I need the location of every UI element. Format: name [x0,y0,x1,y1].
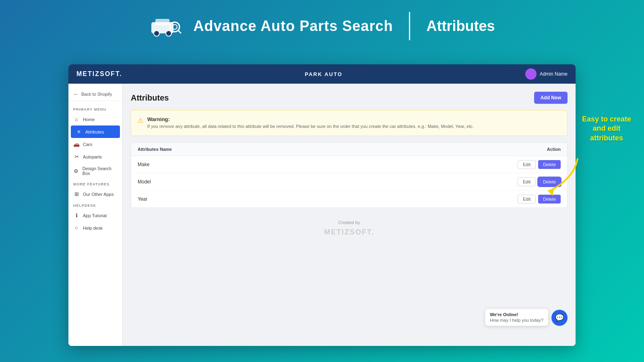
svg-line-5 [178,31,181,33]
sidebar-item-home[interactable]: ⌂ Home [68,113,122,125]
back-to-shopify[interactable]: ← Back to Shopify [68,88,122,101]
user-name: Admin Name [540,71,568,77]
chat-button[interactable]: 💬 [551,310,568,326]
back-to-shopify-label: Back to Shopify [81,92,112,97]
user-avatar [525,68,537,80]
design-search-box-icon: ⚙ [73,168,79,174]
sidebar-item-cars-label: Cars [83,142,92,147]
sidebar-item-our-other-apps-label: Our Other Apps [83,192,114,197]
our-other-apps-icon: ⊞ [73,191,80,197]
autoparts-icon: ✂ [73,154,80,160]
table-row: Model Edit Delete [131,173,567,191]
col-attributes-name: Attributes Name [138,147,172,152]
attributes-table: Attributes Name Action Make Edit Delete … [131,142,568,208]
warning-text: If you remove any attribute, all data re… [147,123,474,130]
svg-rect-1 [155,19,169,25]
page-header: Attributes Add New [131,92,568,104]
annotation: Easy to create and edit attributes [576,115,637,143]
sidebar-item-design-search-box[interactable]: ⚙ Design Search Box [68,163,122,179]
annotation-text: Easy to create and edit attributes [576,115,637,143]
chat-bubble: We're Online! How may I help you today? [485,309,548,326]
row-make-name: Make [138,162,149,167]
sidebar-item-autoparts-label: Autoparts [83,154,102,159]
topbar-store: PARK AUTO [305,71,343,77]
sidebar-item-help-desk[interactable]: ○ Help desk [68,222,122,234]
sidebar-item-attributes-label: Attributes [85,130,104,134]
sidebar-item-attributes[interactable]: ≡ Attributes [71,125,120,138]
home-icon: ⌂ [73,116,80,122]
annotation-arrow [525,155,582,203]
svg-point-2 [154,31,159,36]
primary-menu-label: PRIMARY MENU [68,104,122,113]
page-title: Attributes [131,93,169,103]
car-search-icon [149,14,182,38]
content-footer: Created by METIZSOFT. [131,208,568,249]
sidebar-item-app-tutorial[interactable]: ℹ App Tutorial [68,209,122,222]
col-action: Action [547,147,561,152]
helpdesk-label: HELPDESK [68,200,122,209]
header-subtitle: Attributes [426,18,495,35]
sidebar-item-home-label: Home [83,117,95,122]
cars-icon: 🚗 [73,141,80,147]
warning-content: Warning: If you remove any attribute, al… [147,116,474,130]
header-divider [409,12,410,40]
header-title: Advance Auto Parts Search [194,18,393,35]
table-header: Attributes Name Action [131,143,567,156]
warning-icon: ⚠ [138,117,143,124]
footer-logo: METIZSOFT. [143,228,555,237]
attributes-icon: ≡ [76,129,82,135]
top-bar: METIZSOFT. PARK AUTO Admin Name [68,64,576,84]
created-by: Created by [143,220,555,225]
row-year-name: Year [138,196,147,202]
sidebar: ← Back to Shopify PRIMARY MENU ⌂ Home ≡ … [68,84,123,346]
chat-widget: We're Online! How may I help you today? … [485,309,568,326]
warning-box: ⚠ Warning: If you remove any attribute, … [131,110,568,136]
topbar-user: Admin Name [525,68,568,80]
sidebar-item-help-desk-label: Help desk [83,226,103,230]
warning-title: Warning: [147,116,474,122]
chat-icon: 💬 [555,313,564,322]
table-row: Year Edit Delete [131,191,567,208]
sidebar-item-cars[interactable]: 🚗 Cars [68,138,122,150]
more-features-label: MORE FEATURES [68,179,122,188]
help-desk-icon: ○ [73,225,80,231]
sidebar-item-autoparts[interactable]: ✂ Autoparts [68,150,122,163]
main-window: METIZSOFT. PARK AUTO Admin Name ← Back t… [68,64,576,346]
chat-bubble-text: How may I help you today? [490,318,543,323]
sidebar-item-our-other-apps[interactable]: ⊞ Our Other Apps [68,188,122,200]
header-area: Advance Auto Parts Search Attributes [0,0,644,48]
table-row: Make Edit Delete [131,156,567,173]
sidebar-item-app-tutorial-label: App Tutorial [83,213,107,218]
app-tutorial-icon: ℹ [73,212,80,218]
add-new-button[interactable]: Add New [534,92,568,104]
sidebar-item-design-search-box-label: Design Search Box [83,166,118,176]
layout: ← Back to Shopify PRIMARY MENU ⌂ Home ≡ … [68,84,576,346]
main-content: Attributes Add New ⚠ Warning: If you rem… [123,84,576,346]
row-model-name: Model [138,179,151,185]
topbar-logo: METIZSOFT. [76,70,122,78]
svg-point-3 [166,31,171,36]
svg-marker-7 [547,189,554,196]
chat-bubble-title: We're Online! [490,312,543,317]
back-arrow-icon: ← [73,91,79,97]
